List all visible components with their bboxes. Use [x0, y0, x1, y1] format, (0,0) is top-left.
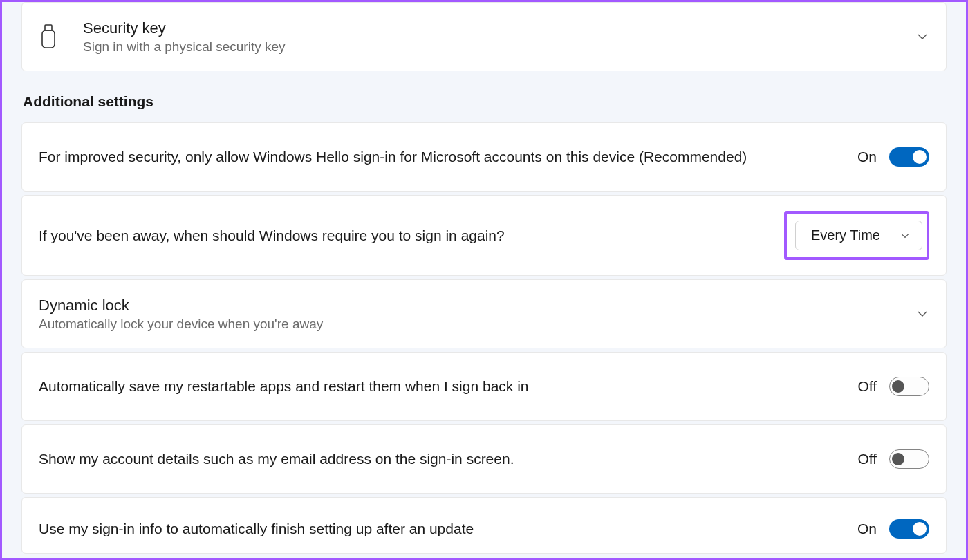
restartable-apps-toggle[interactable] [889, 377, 929, 396]
chevron-down-icon [900, 230, 911, 241]
require-signin-row: If you've been away, when should Windows… [21, 195, 947, 276]
hello-only-toggle[interactable] [889, 147, 929, 167]
dropdown-highlight: Every Time [784, 211, 929, 260]
finish-setup-row: Use my sign-in info to automatically fin… [21, 497, 947, 554]
account-details-toggle[interactable] [889, 449, 929, 469]
additional-settings-heading: Additional settings [23, 93, 947, 110]
chevron-down-icon [915, 30, 929, 44]
finish-setup-toggle[interactable] [889, 519, 929, 539]
require-signin-dropdown[interactable]: Every Time [795, 221, 922, 250]
hello-only-row: For improved security, only allow Window… [21, 122, 947, 192]
restartable-apps-row: Automatically save my restartable apps a… [21, 352, 947, 421]
dynamic-lock-title: Dynamic lock [39, 296, 915, 316]
chevron-down-icon [915, 307, 929, 321]
hello-only-state-label: On [857, 149, 877, 165]
restartable-apps-state-label: Off [857, 378, 877, 395]
usb-icon [39, 23, 58, 50]
hello-only-text: For improved security, only allow Window… [39, 147, 857, 167]
security-key-subtitle: Sign in with a physical security key [83, 39, 915, 55]
finish-setup-text: Use my sign-in info to automatically fin… [39, 519, 857, 539]
restartable-apps-text: Automatically save my restartable apps a… [39, 376, 857, 396]
svg-rect-0 [45, 25, 52, 30]
security-key-title: Security key [83, 19, 915, 39]
account-details-row: Show my account details such as my email… [21, 424, 947, 494]
finish-setup-state-label: On [857, 521, 877, 537]
svg-rect-1 [42, 30, 55, 48]
account-details-state-label: Off [857, 451, 877, 467]
security-key-row[interactable]: Security key Sign in with a physical sec… [21, 2, 947, 71]
dynamic-lock-subtitle: Automatically lock your device when you'… [39, 317, 915, 332]
dynamic-lock-row[interactable]: Dynamic lock Automatically lock your dev… [21, 279, 947, 348]
account-details-text: Show my account details such as my email… [39, 449, 857, 469]
require-signin-text: If you've been away, when should Windows… [39, 225, 784, 245]
dropdown-value: Every Time [811, 227, 880, 243]
